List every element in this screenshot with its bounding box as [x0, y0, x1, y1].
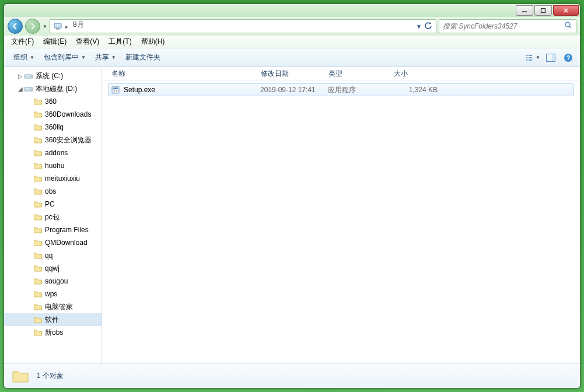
tree-item[interactable]: addons: [4, 146, 102, 159]
chevron-right-icon[interactable]: ▸: [64, 23, 69, 30]
maximize-button[interactable]: [534, 5, 552, 16]
share-button[interactable]: 共享▼: [90, 50, 121, 65]
chevron-down-icon: ▼: [81, 55, 86, 60]
folder-icon: [33, 135, 43, 145]
navigation-tree[interactable]: ▷系统 (C:)◢本地磁盘 (D:)360360Downloads360llq3…: [4, 67, 102, 363]
back-button[interactable]: [8, 19, 23, 34]
tree-item[interactable]: huohu: [4, 159, 102, 172]
menu-help[interactable]: 帮助(H): [137, 36, 170, 48]
back-arrow-icon: [11, 22, 19, 30]
tree-item-label: 电脑管家: [45, 302, 73, 312]
file-list-pane: 名称 修改日期 类型 大小 Setup.exe2019-09-12 17:41应…: [102, 67, 580, 363]
tree-item[interactable]: ▷系统 (C:): [4, 69, 102, 82]
chevron-right-icon[interactable]: ▸: [69, 31, 75, 33]
column-name[interactable]: 名称: [108, 69, 257, 79]
statusbar: 1 个对象: [4, 363, 580, 388]
tree-item-label: 360安全浏览器: [45, 135, 92, 145]
folder-icon: [33, 212, 43, 222]
minimize-icon: [522, 8, 527, 13]
folder-icon: [33, 97, 43, 106]
include-in-library-button[interactable]: 包含到库中▼: [39, 50, 90, 65]
column-date[interactable]: 修改日期: [257, 69, 325, 79]
tree-item[interactable]: 新obs: [4, 326, 102, 339]
tree-item[interactable]: Program Files: [4, 223, 102, 236]
view-options-button[interactable]: ▼: [526, 51, 540, 65]
tree-item-label: 360llq: [45, 123, 64, 131]
folder-icon: [33, 315, 43, 324]
chevron-down-icon: ▼: [30, 55, 34, 60]
tree-item[interactable]: 软件: [4, 313, 102, 326]
new-folder-button[interactable]: 新建文件夹: [121, 50, 165, 65]
search-box[interactable]: [439, 19, 576, 33]
column-size[interactable]: 大小: [390, 69, 435, 79]
tree-item-label: QMDownload: [45, 239, 88, 247]
forward-button[interactable]: [25, 19, 40, 34]
folder-icon: [33, 302, 43, 312]
status-count: 1 个对象: [37, 371, 64, 381]
refresh-button[interactable]: [422, 22, 435, 32]
expand-toggle[interactable]: ◢: [17, 86, 24, 92]
forward-arrow-icon: [29, 22, 37, 30]
help-button[interactable]: ?: [561, 51, 575, 65]
folder-icon: [33, 123, 43, 132]
column-type[interactable]: 类型: [325, 69, 390, 79]
tree-item[interactable]: wps: [4, 288, 102, 300]
organize-button[interactable]: 组织▼: [9, 50, 39, 65]
breadcrumb-dropdown[interactable]: ▼: [416, 22, 436, 32]
expand-toggle[interactable]: ▷: [17, 73, 24, 79]
tree-item-label: obs: [45, 187, 56, 195]
menu-file[interactable]: 文件(F): [6, 36, 39, 48]
body-area: ▷系统 (C:)◢本地磁盘 (D:)360360Downloads360llq3…: [4, 67, 580, 363]
tree-item-label: meituxiuxiu: [45, 174, 80, 183]
tree-item[interactable]: qq: [4, 249, 102, 262]
tree-item[interactable]: qqwj: [4, 262, 102, 275]
tree-item[interactable]: 360llq: [4, 121, 102, 134]
menu-view[interactable]: 查看(V): [71, 36, 104, 48]
organize-label: 组织: [13, 52, 27, 62]
tree-item[interactable]: pc包: [4, 211, 102, 223]
minimize-button[interactable]: [516, 5, 533, 16]
file-row[interactable]: Setup.exe2019-09-12 17:41应用程序1,324 KB: [108, 83, 574, 96]
tree-item[interactable]: 360Downloads: [4, 108, 102, 121]
svg-point-24: [114, 90, 115, 92]
menu-tools[interactable]: 工具(T): [104, 36, 136, 48]
folder-icon: [33, 225, 43, 235]
breadcrumb-segment[interactable]: 8月: [69, 20, 135, 30]
file-list[interactable]: Setup.exe2019-09-12 17:41应用程序1,324 KB: [102, 81, 580, 363]
search-icon[interactable]: [564, 21, 572, 32]
tree-item[interactable]: QMDownload: [4, 236, 102, 249]
chevron-down-icon: ▼: [536, 55, 540, 60]
tree-item-label: qq: [45, 251, 53, 260]
tree-item[interactable]: obs: [4, 185, 102, 198]
tree-item[interactable]: meituxiuxiu: [4, 172, 102, 185]
file-date: 2019-09-12 17:41: [260, 86, 328, 94]
svg-rect-5: [56, 29, 60, 30]
preview-pane-button[interactable]: [544, 51, 558, 65]
toolbar: 组织▼ 包含到库中▼ 共享▼ 新建文件夹 ▼ ?: [4, 48, 580, 67]
svg-text:?: ?: [566, 54, 571, 61]
tree-item[interactable]: sougou: [4, 275, 102, 288]
close-button[interactable]: [553, 5, 579, 16]
file-type: 应用程序: [328, 85, 393, 95]
tree-item[interactable]: ◢本地磁盘 (D:): [4, 82, 102, 95]
folder-icon: [33, 238, 43, 247]
nav-history-dropdown[interactable]: ▼: [43, 24, 47, 29]
svg-rect-22: [112, 86, 119, 93]
tree-item-label: huohu: [45, 162, 64, 170]
svg-rect-1: [541, 8, 545, 12]
tree-item-label: addons: [45, 149, 68, 157]
tree-item[interactable]: 电脑管家: [4, 300, 102, 313]
file-size: 1,324 KB: [393, 86, 438, 94]
breadcrumb[interactable]: ▸ 计算机▸本地磁盘 (D:)▸软件▸8月▸01▸SyncFolders▸Syn…: [50, 19, 436, 33]
toolbar-right: ▼ ?: [526, 51, 575, 65]
tree-item[interactable]: PC: [4, 198, 102, 211]
tree-item[interactable]: 360: [4, 95, 102, 108]
tree-item[interactable]: 360安全浏览器: [4, 134, 102, 146]
search-input[interactable]: [443, 22, 564, 30]
svg-rect-11: [529, 57, 532, 58]
tree-item-label: qqwj: [45, 264, 60, 272]
folder-icon: [33, 264, 43, 273]
svg-rect-9: [529, 55, 532, 56]
menu-edit[interactable]: 编辑(E): [39, 36, 71, 48]
tree-item-label: 本地磁盘 (D:): [36, 84, 77, 94]
